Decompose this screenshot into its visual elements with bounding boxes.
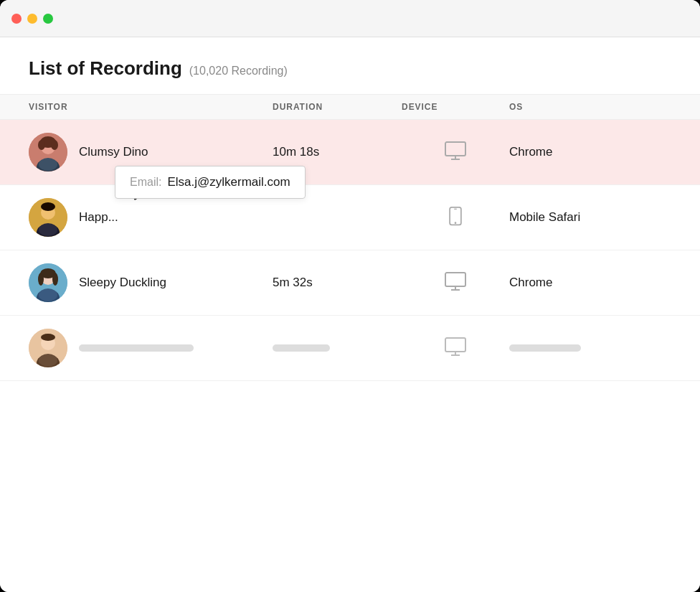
tooltip-label: Email:: [130, 176, 161, 189]
duration-cell: 5m 32s: [273, 276, 402, 290]
page-title: List of Recording: [29, 57, 182, 80]
avatar: [29, 198, 67, 237]
placeholder-os: [509, 344, 581, 352]
svg-point-32: [41, 334, 55, 341]
visitor-name: Sleepy Duckling: [79, 276, 166, 290]
svg-point-13: [39, 223, 57, 236]
col-device: DEVICE: [402, 102, 509, 112]
svg-point-3: [39, 158, 57, 171]
tooltip-value: Elsa.j@zylkermail.com: [167, 175, 290, 189]
table-row[interactable]: Happ... Mobile Safari: [0, 185, 700, 250]
desktop-icon: [444, 337, 467, 360]
visitor-name: Clumsy Dino: [79, 145, 148, 159]
svg-point-23: [38, 273, 44, 286]
col-extra: [653, 102, 671, 112]
svg-rect-33: [445, 338, 465, 352]
avatar: [29, 263, 67, 302]
table-row[interactable]: Clumsy Dino 10m 18s Chrome: [0, 120, 700, 185]
col-duration: DURATION: [273, 102, 402, 112]
col-os: OS: [509, 102, 653, 112]
desktop-icon: [444, 141, 467, 164]
svg-point-21: [39, 288, 57, 301]
device-cell: [402, 337, 509, 360]
svg-point-31: [39, 354, 57, 367]
svg-point-14: [41, 202, 55, 211]
os-cell: Chrome: [509, 276, 653, 290]
svg-point-24: [52, 273, 58, 286]
table-header: VISITOR DURATION DEVICE OS: [0, 94, 700, 120]
visitor-name: Happ...: [79, 210, 118, 225]
desktop-icon: [444, 271, 467, 294]
main-content: List of Recording (10,020 Recording) VIS…: [0, 37, 700, 592]
svg-point-5: [38, 140, 45, 150]
email-tooltip: Email: Elsa.j@zylkermail.com: [115, 166, 306, 199]
maximize-button[interactable]: [43, 14, 53, 24]
table-body: Clumsy Dino 10m 18s Chrome: [0, 120, 700, 381]
titlebar: [0, 0, 700, 37]
app-window: List of Recording (10,020 Recording) VIS…: [0, 0, 700, 592]
device-cell: [402, 271, 509, 294]
svg-rect-25: [445, 273, 465, 286]
visitor-cell: Sleepy Duckling: [29, 263, 273, 302]
visitor-cell: [29, 329, 273, 367]
os-cell: Chrome: [509, 145, 653, 159]
close-button[interactable]: [11, 14, 22, 24]
device-cell: [402, 141, 509, 164]
os-cell: [509, 344, 653, 352]
traffic-lights: [11, 14, 53, 24]
minimize-button[interactable]: [27, 14, 37, 24]
placeholder-name: [79, 344, 194, 352]
os-cell: Mobile Safari: [509, 210, 653, 225]
table-row[interactable]: Sleepy Duckling 5m 32s Chrome: [0, 250, 700, 316]
col-visitor: VISITOR: [29, 102, 273, 112]
avatar: [29, 133, 67, 172]
visitor-cell: Happ...: [29, 198, 273, 237]
page-header: List of Recording (10,020 Recording): [0, 37, 700, 94]
page-count: (10,020 Recording): [189, 65, 288, 77]
duration-cell: [273, 344, 402, 352]
device-cell: [402, 206, 509, 229]
avatar: [29, 329, 67, 367]
svg-rect-7: [445, 142, 465, 156]
recordings-table: VISITOR DURATION DEVICE OS: [0, 94, 700, 592]
svg-point-6: [51, 140, 58, 150]
placeholder-duration: [273, 344, 330, 352]
duration-cell: 10m 18s: [273, 145, 402, 159]
table-row[interactable]: [0, 316, 700, 381]
svg-point-17: [455, 222, 457, 224]
mobile-icon: [444, 206, 467, 229]
